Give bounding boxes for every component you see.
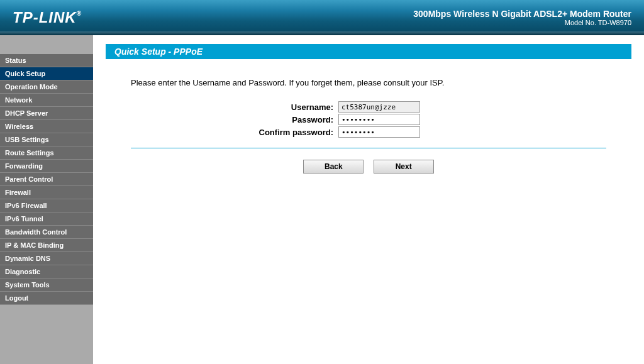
sidebar-item-status[interactable]: Status bbox=[0, 54, 93, 67]
form-row-username: Username: bbox=[131, 101, 606, 113]
sidebar-item-forwarding[interactable]: Forwarding bbox=[0, 160, 93, 173]
back-button[interactable]: Back bbox=[303, 160, 364, 174]
username-input[interactable] bbox=[338, 101, 420, 113]
sidebar-item-wireless[interactable]: Wireless bbox=[0, 120, 93, 133]
sidebar-item-diagnostic[interactable]: Diagnostic bbox=[0, 265, 93, 279]
sidebar-item-ipv6-firewall[interactable]: IPv6 Firewall bbox=[0, 199, 93, 212]
sidebar-item-system-tools[interactable]: System Tools bbox=[0, 279, 93, 292]
confirm-password-input[interactable] bbox=[338, 126, 420, 138]
password-input[interactable] bbox=[338, 114, 420, 125]
sidebar-item-bandwidth-control[interactable]: Bandwidth Control bbox=[0, 226, 93, 239]
sidebar: Status Quick Setup Operation Mode Networ… bbox=[0, 35, 93, 364]
sidebar-item-firewall[interactable]: Firewall bbox=[0, 186, 93, 199]
sidebar-item-ip-mac-binding[interactable]: IP & MAC Binding bbox=[0, 239, 93, 252]
instruction-text: Please enter the Username and Password. … bbox=[131, 78, 606, 87]
sidebar-item-operation-mode[interactable]: Operation Mode bbox=[0, 80, 93, 94]
username-label: Username: bbox=[131, 102, 338, 112]
form-row-confirm-password: Confirm password: bbox=[131, 126, 606, 138]
confirm-password-label: Confirm password: bbox=[131, 128, 338, 137]
divider bbox=[131, 148, 606, 148]
main-content: Quick Setup - PPPoE Please enter the Use… bbox=[93, 35, 644, 364]
sidebar-item-usb-settings[interactable]: USB Settings bbox=[0, 133, 93, 146]
sidebar-item-dynamic-dns[interactable]: Dynamic DNS bbox=[0, 252, 93, 265]
page-title: Quick Setup - PPPoE bbox=[106, 44, 631, 59]
form-row-password: Password: bbox=[131, 114, 606, 125]
logo: TP-LINK® bbox=[13, 9, 82, 26]
sidebar-item-parent-control[interactable]: Parent Control bbox=[0, 173, 93, 186]
header: TP-LINK® 300Mbps Wireless N Gigabit ADSL… bbox=[0, 0, 644, 35]
model-number: Model No. TD-W8970 bbox=[413, 19, 631, 26]
next-button[interactable]: Next bbox=[374, 160, 434, 174]
button-row: Back Next bbox=[131, 160, 606, 174]
sidebar-item-network[interactable]: Network bbox=[0, 94, 93, 107]
sidebar-item-route-settings[interactable]: Route Settings bbox=[0, 146, 93, 160]
sidebar-item-logout[interactable]: Logout bbox=[0, 292, 93, 305]
sidebar-spacer bbox=[0, 35, 93, 54]
password-label: Password: bbox=[131, 115, 338, 124]
sidebar-item-quick-setup[interactable]: Quick Setup bbox=[0, 67, 93, 80]
product-name: 300Mbps Wireless N Gigabit ADSL2+ Modem … bbox=[413, 9, 631, 19]
header-right: 300Mbps Wireless N Gigabit ADSL2+ Modem … bbox=[413, 9, 631, 26]
sidebar-item-ipv6-tunnel[interactable]: IPv6 Tunnel bbox=[0, 212, 93, 226]
sidebar-item-dhcp-server[interactable]: DHCP Server bbox=[0, 107, 93, 120]
